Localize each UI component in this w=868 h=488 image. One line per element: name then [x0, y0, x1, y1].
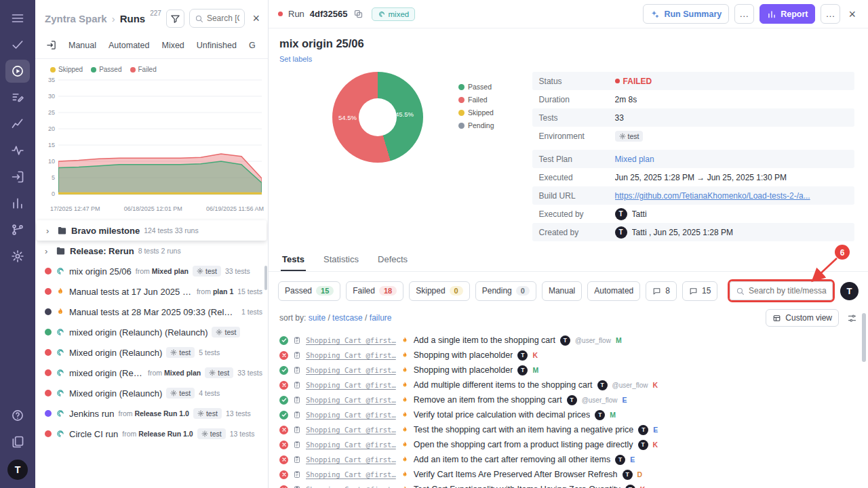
test-title[interactable]: Verify total price calculation with deci… — [414, 410, 591, 420]
chevron-right-icon[interactable]: › — [45, 246, 52, 256]
import-icon[interactable] — [5, 165, 30, 188]
test-suite-link[interactable]: Shopping Cart @first… — [306, 381, 396, 389]
bar-chart-icon[interactable] — [5, 192, 30, 215]
user-filter-avatar[interactable]: T — [840, 282, 859, 300]
tests-search-input[interactable] — [749, 286, 827, 296]
view-settings-icon[interactable] — [847, 313, 857, 323]
test-row[interactable]: Shopping Cart @first… Test Cart Function… — [279, 482, 859, 488]
list-edit-icon[interactable] — [5, 86, 30, 109]
set-labels-link[interactable]: Set labels — [279, 55, 312, 63]
breadcrumb-runs[interactable]: Runs — [120, 13, 146, 24]
main-scrollbar[interactable] — [862, 313, 866, 362]
test-suite-link[interactable]: Shopping Cart @first… — [306, 470, 396, 479]
copy-run-id-button[interactable] — [353, 9, 363, 19]
report-button[interactable]: Report — [760, 4, 815, 24]
test-suite-link[interactable]: Shopping Cart @first… — [306, 455, 396, 464]
milestone-row[interactable]: › Release: Rerun 8 tests 2 runs — [35, 241, 268, 261]
test-title[interactable]: Add a single item to the shopping cart — [414, 336, 555, 345]
filter-chip-8[interactable]: 8 — [646, 281, 677, 301]
report-more-button[interactable]: ... — [821, 4, 840, 24]
runs-search[interactable] — [189, 9, 245, 28]
test-suite-link[interactable]: Shopping Cart @first… — [306, 396, 396, 404]
panel-close-icon[interactable]: × — [250, 12, 262, 24]
test-suite-link[interactable]: Shopping Cart @first… — [306, 351, 396, 359]
filter-chip-failed[interactable]: Failed 18 — [346, 281, 403, 301]
tests-search[interactable] — [730, 281, 833, 300]
panel-scrollbar[interactable] — [264, 266, 267, 290]
filter-chip-15[interactable]: 15 — [682, 281, 717, 301]
activity-icon[interactable] — [5, 139, 30, 162]
test-row[interactable]: Shopping Cart @first… Remove an item fro… — [279, 392, 859, 407]
run-more-button[interactable]: ... — [734, 4, 754, 24]
test-suite-link[interactable]: Shopping Cart @first… — [306, 485, 396, 488]
test-row[interactable]: Shopping Cart @first… Shopping with plac… — [279, 348, 859, 363]
test-row[interactable]: Shopping Cart @first… Add multiple diffe… — [279, 378, 859, 392]
close-run-icon[interactable]: × — [846, 8, 859, 20]
sort-link-failure[interactable]: failure — [370, 313, 392, 323]
help-icon[interactable] — [5, 404, 30, 427]
runs-tab-g[interactable]: G — [249, 41, 256, 50]
run-row[interactable]: mixed origin (Relaunch) (Relaunch) test — [35, 322, 268, 342]
test-row[interactable]: Shopping Cart @first… Open the shopping … — [279, 437, 859, 452]
filter-button[interactable] — [166, 9, 184, 28]
menu-icon[interactable] — [5, 7, 30, 30]
test-suite-link[interactable]: Shopping Cart @first… — [306, 426, 396, 434]
run-row[interactable]: Jenkins run from Release Run 1.0 test 13… — [35, 403, 268, 424]
filter-chip-pending[interactable]: Pending 0 — [475, 281, 536, 301]
run-row[interactable]: Mixed origin (Relaunch) test 5 tests — [35, 342, 268, 363]
run-summary-button[interactable]: Run Summary — [643, 4, 729, 24]
sort-link-testcase[interactable]: testcase — [332, 313, 363, 323]
test-row[interactable]: Shopping Cart @first… Add an item to the… — [279, 452, 859, 467]
test-row[interactable]: Shopping Cart @first… Shopping with plac… — [279, 363, 859, 378]
runs-search-input[interactable] — [207, 14, 240, 23]
runs-tab-unfinished[interactable]: Unfinished — [197, 41, 237, 50]
environment-badge: test — [193, 408, 222, 419]
tab-tests[interactable]: Tests — [281, 249, 306, 271]
line-chart-icon[interactable] — [5, 113, 30, 136]
run-row[interactable]: Manual tests at 17 Jun 2025 10:09 from p… — [35, 281, 268, 302]
test-title[interactable]: Test the shopping cart with an item havi… — [414, 425, 634, 434]
test-title[interactable]: Add an item to the cart after removing a… — [414, 455, 610, 464]
test-row[interactable]: Shopping Cart @first… Verify total price… — [279, 407, 859, 422]
check-icon[interactable] — [5, 33, 30, 56]
runs-tab-manual[interactable]: Manual — [68, 41, 96, 50]
test-suite-link[interactable]: Shopping Cart @first… — [306, 411, 396, 419]
test-row[interactable]: Shopping Cart @first… Test the shopping … — [279, 422, 859, 437]
detail-link[interactable]: https://github.com/TetianaKhomenko/Load-… — [615, 191, 810, 201]
docs-icon[interactable] — [5, 430, 30, 453]
custom-view-button[interactable]: Custom view — [766, 309, 839, 327]
user-avatar[interactable]: T — [7, 460, 28, 480]
sort-link-suite[interactable]: suite — [309, 313, 326, 323]
runs-tab-mixed[interactable]: Mixed — [161, 41, 184, 50]
filter-chip-manual[interactable]: Manual — [542, 281, 582, 301]
test-title[interactable]: Shopping with placeholder — [414, 350, 513, 360]
filter-chip-automated[interactable]: Automated — [587, 281, 640, 301]
test-row[interactable]: Shopping Cart @first… Verify Cart Items … — [279, 467, 859, 482]
test-title[interactable]: Test Cart Functionality with Items Havin… — [414, 485, 620, 488]
test-title[interactable]: Remove an item from the shopping cart — [414, 395, 562, 405]
test-suite-link[interactable]: Shopping Cart @first… — [306, 441, 396, 449]
test-title[interactable]: Add multiple different items to the shop… — [414, 380, 593, 390]
milestone-row[interactable]: › Bravo milestone 124 tests 33 runs — [37, 220, 267, 241]
filter-chip-skipped[interactable]: Skipped 0 — [409, 281, 470, 301]
tab-defects[interactable]: Defects — [376, 249, 409, 271]
run-row[interactable]: mix origin 25/06 from Mixed plan test 33… — [35, 261, 268, 281]
run-row[interactable]: Manual tests at 28 Mar 2025 09:33 (Relau… — [35, 302, 268, 322]
filter-chip-passed[interactable]: Passed 15 — [278, 281, 340, 301]
gear-icon[interactable] — [5, 245, 30, 268]
detail-link[interactable]: Mixed plan — [615, 155, 654, 164]
run-row[interactable]: Mixed origin (Relaunch) test 4 tests — [35, 383, 268, 403]
tab-statistics[interactable]: Statistics — [322, 249, 360, 271]
run-row[interactable]: Circle CI run from Release Run 1.0 test … — [35, 424, 268, 444]
test-row[interactable]: Shopping Cart @first… Add a single item … — [279, 333, 859, 348]
run-row[interactable]: mixed origin (Relaunch) from Mixed plan … — [35, 363, 268, 383]
chevron-right-icon[interactable]: › — [46, 226, 53, 236]
test-suite-link[interactable]: Shopping Cart @first… — [306, 336, 396, 344]
play-circle-icon[interactable] — [5, 60, 30, 83]
test-title[interactable]: Verify Cart Items Are Preserved After Br… — [414, 470, 618, 479]
test-title[interactable]: Open the shopping cart from a product li… — [414, 440, 633, 449]
test-suite-link[interactable]: Shopping Cart @first… — [306, 366, 396, 374]
test-title[interactable]: Shopping with placeholder — [414, 365, 513, 375]
git-branch-icon[interactable] — [5, 218, 30, 241]
runs-tab-automated[interactable]: Automated — [108, 41, 149, 50]
